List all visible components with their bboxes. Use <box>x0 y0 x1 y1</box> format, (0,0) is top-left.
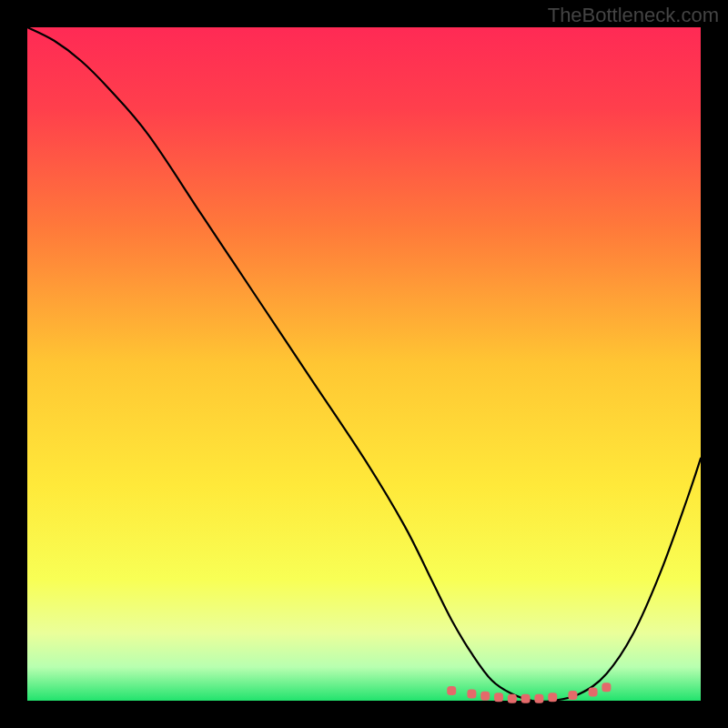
marker <box>494 693 503 702</box>
marker <box>508 694 517 703</box>
marker <box>521 694 531 703</box>
marker <box>467 690 476 699</box>
marker <box>480 692 490 701</box>
marker <box>548 693 557 702</box>
marker <box>534 694 543 703</box>
chart-container: TheBottleneck.com <box>0 0 728 728</box>
watermark-text: TheBottleneck.com <box>548 4 719 27</box>
plot-background <box>27 27 701 701</box>
chart-svg <box>0 0 728 728</box>
marker <box>447 686 456 695</box>
marker <box>602 682 611 692</box>
marker <box>589 687 598 696</box>
marker <box>568 691 577 700</box>
